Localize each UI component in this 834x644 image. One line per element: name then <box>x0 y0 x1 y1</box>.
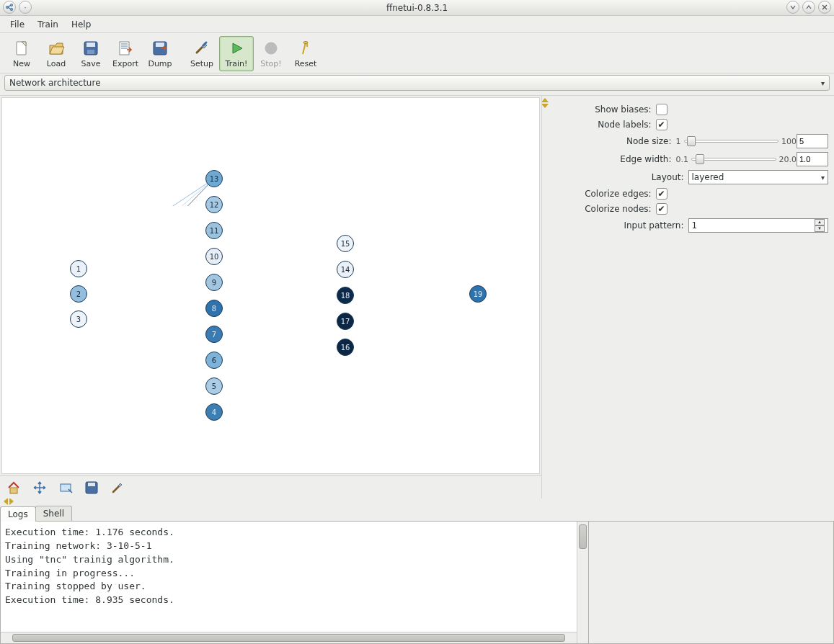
view-selector-value: Network architecture <box>9 78 101 88</box>
vertical-splitter[interactable] <box>542 96 548 498</box>
load-button[interactable]: Load <box>39 36 74 71</box>
svg-point-2 <box>11 9 13 11</box>
node-8[interactable]: 8 <box>205 300 223 317</box>
home-icon[interactable] <box>6 480 22 496</box>
svg-line-3 <box>8 5 11 7</box>
svg-rect-9 <box>87 50 94 54</box>
zoom-icon[interactable] <box>58 480 74 496</box>
svg-point-1 <box>11 4 13 6</box>
node-3[interactable]: 3 <box>70 310 87 328</box>
svg-line-27 <box>79 205 214 206</box>
svg-marker-13 <box>233 43 242 53</box>
tab-logs[interactable]: Logs <box>0 506 36 522</box>
train-button[interactable]: Train! <box>219 36 254 71</box>
node-19[interactable]: 19 <box>469 285 487 303</box>
window-menu-icon[interactable]: · <box>19 1 32 14</box>
log-side-pane <box>589 522 834 644</box>
show-biases-label: Show biases: <box>551 104 656 115</box>
app-icon <box>3 1 16 14</box>
node-6[interactable]: 6 <box>205 352 223 369</box>
svg-rect-8 <box>86 43 95 47</box>
stop-icon <box>262 39 280 58</box>
node-size-slider[interactable]: 1 100 <box>676 137 797 146</box>
svg-line-4 <box>8 7 11 9</box>
stop-button: Stop! <box>254 36 288 71</box>
node-1[interactable]: 1 <box>70 260 87 277</box>
menu-train[interactable]: Train <box>32 17 64 32</box>
close-button[interactable] <box>818 1 831 14</box>
node-labels-checkbox[interactable]: ✔ <box>656 119 667 130</box>
node-14[interactable]: 14 <box>337 261 354 278</box>
node-10[interactable]: 10 <box>205 248 223 265</box>
svg-rect-101 <box>10 488 17 493</box>
node-size-spin[interactable] <box>797 134 828 148</box>
node-9[interactable]: 9 <box>205 274 223 291</box>
layout-label: Layout: <box>551 172 688 182</box>
chevron-down-icon: ▾ <box>821 174 825 182</box>
save-button[interactable]: Save <box>74 36 108 71</box>
edge-width-spin[interactable] <box>797 152 828 166</box>
reset-button[interactable]: Reset <box>288 36 323 71</box>
svg-point-0 <box>6 6 9 9</box>
minimize-button[interactable] <box>786 1 799 14</box>
plot-save-icon[interactable] <box>84 480 99 496</box>
svg-point-14 <box>265 43 277 54</box>
save-icon <box>81 39 100 58</box>
node-12[interactable]: 12 <box>205 196 223 213</box>
colorize-nodes-checkbox[interactable]: ✔ <box>656 203 667 215</box>
plot-toolbar <box>0 475 541 498</box>
layout-combo[interactable]: layered ▾ <box>688 170 829 184</box>
new-button[interactable]: New <box>4 36 39 71</box>
export-button[interactable]: Export <box>108 36 143 71</box>
edge-width-label: Edge width: <box>551 154 676 164</box>
log-scrollbar-v[interactable] <box>577 522 588 643</box>
log-textarea[interactable]: Execution time: 1.176 seconds.Training n… <box>0 522 589 644</box>
svg-point-15 <box>303 42 308 44</box>
node-13[interactable]: 13 <box>205 170 223 187</box>
menubar: File Train Help <box>0 16 834 33</box>
maximize-button[interactable] <box>802 1 815 14</box>
new-icon <box>12 39 31 58</box>
configure-icon[interactable] <box>110 480 125 496</box>
setup-button[interactable]: Setup <box>185 36 219 71</box>
spin-buttons[interactable]: ▴▾ <box>815 219 825 232</box>
node-4[interactable]: 4 <box>205 403 223 421</box>
menu-help[interactable]: Help <box>66 17 97 32</box>
svg-rect-12 <box>156 43 164 47</box>
node-labels-label: Node labels: <box>551 120 656 130</box>
log-scrollbar-h[interactable] <box>1 632 577 643</box>
svg-rect-104 <box>88 483 95 486</box>
setup-icon <box>192 39 211 58</box>
bottom-tabs: Logs Shell <box>0 506 834 522</box>
chevron-down-icon: ▾ <box>821 79 825 87</box>
colorize-edges-checkbox[interactable]: ✔ <box>656 188 667 200</box>
tab-shell[interactable]: Shell <box>35 506 72 521</box>
node-17[interactable]: 17 <box>337 313 354 330</box>
node-18[interactable]: 18 <box>337 287 354 304</box>
edge-width-slider[interactable]: 0.1 20.0 <box>676 155 797 164</box>
node-7[interactable]: 7 <box>205 326 223 343</box>
view-selector-combo[interactable]: Network architecture ▾ <box>4 75 830 91</box>
colorize-edges-label: Colorize edges: <box>551 189 656 199</box>
node-16[interactable]: 16 <box>337 339 354 356</box>
show-biases-checkbox[interactable] <box>656 104 667 115</box>
node-11[interactable]: 11 <box>205 222 223 239</box>
node-size-label: Node size: <box>551 136 676 146</box>
svg-line-37 <box>79 205 214 206</box>
dump-icon <box>151 39 169 58</box>
export-icon <box>116 39 135 58</box>
input-pattern-spin[interactable]: 1 ▴▾ <box>688 218 829 233</box>
menu-file[interactable]: File <box>4 17 30 32</box>
svg-line-17 <box>79 205 214 206</box>
properties-panel: Show biases: Node labels: ✔ Node size: 1… <box>548 96 834 498</box>
node-15[interactable]: 15 <box>337 235 354 252</box>
node-5[interactable]: 5 <box>205 377 223 395</box>
pan-icon[interactable] <box>32 480 48 496</box>
network-plot[interactable]: 12313121110987654151418171619 <box>1 97 540 474</box>
dump-button[interactable]: Dump <box>143 36 177 71</box>
window-title: ffnetui-0.8.3.1 <box>386 3 448 13</box>
input-pattern-label: Input pattern: <box>551 220 688 231</box>
node-2[interactable]: 2 <box>70 285 87 303</box>
horizontal-splitter[interactable] <box>0 498 834 504</box>
reset-icon <box>296 39 315 58</box>
